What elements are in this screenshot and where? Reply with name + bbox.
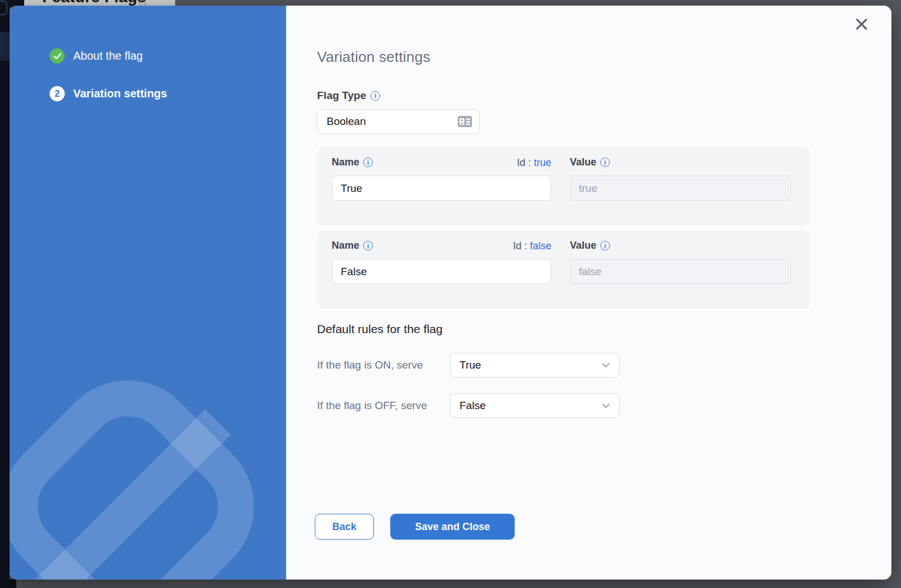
flag-type-label: Flag Type: [317, 89, 380, 102]
step-number-badge: 2: [50, 86, 65, 101]
dialog-title: Variation settings: [317, 48, 430, 66]
variation-value-input[interactable]: [570, 259, 791, 284]
chevron-down-icon: [602, 363, 610, 368]
variation-id: Id : false: [332, 240, 551, 252]
chevron-down-icon: [602, 403, 610, 409]
id-label: Id :: [517, 157, 531, 168]
value-label: Value: [570, 156, 610, 168]
rule-on-label: If the flag is ON, serve: [317, 353, 423, 378]
step-label: About the flag: [73, 50, 142, 62]
id-label: Id :: [513, 240, 527, 252]
create-flag-modal: About the flag 2 Variation settings Vari…: [10, 6, 891, 580]
app-nav-rail-bottom: [0, 579, 16, 588]
rule-off-label: If the flag is OFF, serve: [317, 393, 427, 418]
value-label-text: Value: [570, 240, 596, 252]
rule-off-value: False: [460, 400, 485, 412]
value-label: Value: [570, 240, 610, 252]
wizard-steps-panel: About the flag 2 Variation settings: [10, 6, 286, 580]
flag-type-label-text: Flag Type: [317, 89, 366, 102]
flag-type-select[interactable]: Boolean: [317, 109, 480, 134]
variation-value-input[interactable]: [570, 176, 791, 201]
step-about-the-flag[interactable]: About the flag: [50, 48, 142, 64]
info-icon[interactable]: [600, 241, 610, 250]
flag-type-value: Boolean: [327, 115, 366, 128]
value-label-text: Value: [570, 156, 596, 168]
dialog-content: Variation settings Flag Type Boolean Nam…: [286, 6, 891, 580]
variation-name-input[interactable]: [332, 176, 551, 201]
back-button[interactable]: Back: [315, 514, 374, 540]
default-rules-heading: Default rules for the flag: [317, 322, 443, 336]
nav-button-outline: [0, 1, 7, 15]
app-nav-rail: [0, 0, 10, 588]
rule-on-dropdown[interactable]: True: [450, 353, 619, 378]
brand-watermark: [10, 366, 286, 580]
flag-type-select-icon: [457, 115, 472, 128]
step-variation-settings[interactable]: 2 Variation settings: [50, 86, 167, 101]
variation-name-input[interactable]: [332, 259, 551, 284]
nav-selected-item: [0, 32, 10, 61]
rule-off-dropdown[interactable]: False: [450, 393, 619, 418]
dialog-actions: Back Save and Close: [315, 514, 515, 540]
close-icon[interactable]: [854, 17, 869, 32]
save-and-close-button[interactable]: Save and Close: [390, 514, 515, 540]
info-icon[interactable]: [371, 91, 380, 101]
variation-card-false: Name Id : false Value: [317, 231, 810, 308]
variation-id: Id : true: [332, 157, 551, 169]
id-link[interactable]: true: [534, 157, 551, 168]
id-link[interactable]: false: [530, 240, 551, 252]
info-icon[interactable]: [600, 158, 610, 167]
rule-on-value: True: [460, 359, 481, 371]
step-label: Variation settings: [73, 87, 167, 100]
variation-card-true: Name Id : true Value: [317, 148, 810, 225]
step-complete-icon: [50, 48, 65, 64]
